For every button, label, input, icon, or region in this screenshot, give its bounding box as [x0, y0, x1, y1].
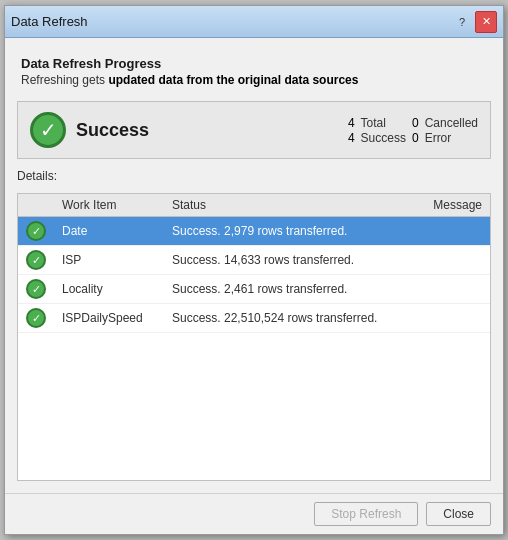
status-stats: 4 Total 0 Cancelled 4 Success 0 Error — [348, 116, 478, 145]
table-row[interactable]: ✓LocalitySuccess. 2,461 rows transferred… — [18, 275, 490, 304]
cancelled-value: 0 — [412, 116, 419, 130]
row-success-icon: ✓ — [26, 221, 46, 241]
row-status: Success. 22,510,524 rows transferred. — [164, 304, 410, 333]
header-subtitle: Refreshing gets updated data from the or… — [21, 73, 487, 87]
title-bar: Data Refresh ? ✕ — [5, 6, 503, 38]
table-row[interactable]: ✓ISPDailySpeedSuccess. 22,510,524 rows t… — [18, 304, 490, 333]
row-work-item: Locality — [54, 275, 164, 304]
row-message — [410, 217, 490, 246]
table-body: ✓DateSuccess. 2,979 rows transferred.✓IS… — [18, 217, 490, 333]
row-work-item: ISPDailySpeed — [54, 304, 164, 333]
col-header-message: Message — [410, 194, 490, 217]
row-message — [410, 246, 490, 275]
success-value: 4 — [348, 131, 355, 145]
success-label: Success — [361, 131, 406, 145]
col-header-icon — [18, 194, 54, 217]
error-label: Error — [425, 131, 478, 145]
table-row[interactable]: ✓ISPSuccess. 14,633 rows transferred. — [18, 246, 490, 275]
row-success-icon: ✓ — [26, 250, 46, 270]
row-icon-cell: ✓ — [18, 217, 54, 246]
status-left: ✓ Success — [30, 112, 149, 148]
row-message — [410, 304, 490, 333]
title-bar-left: Data Refresh — [11, 14, 88, 29]
success-icon: ✓ — [30, 112, 66, 148]
row-status: Success. 2,979 rows transferred. — [164, 217, 410, 246]
content-area: Data Refresh Progress Refreshing gets up… — [5, 38, 503, 493]
status-text: Success — [76, 120, 149, 141]
title-bar-right: ? ✕ — [451, 11, 497, 33]
error-value: 0 — [412, 131, 419, 145]
subtitle-prefix: Refreshing gets — [21, 73, 108, 87]
footer: Stop Refresh Close — [5, 493, 503, 534]
total-label: Total — [361, 116, 406, 130]
subtitle-highlight: updated data from the original data sour… — [108, 73, 358, 87]
row-icon-cell: ✓ — [18, 246, 54, 275]
help-button[interactable]: ? — [451, 11, 473, 33]
row-success-icon: ✓ — [26, 279, 46, 299]
stop-refresh-button[interactable]: Stop Refresh — [314, 502, 418, 526]
window-title: Data Refresh — [11, 14, 88, 29]
row-success-icon: ✓ — [26, 308, 46, 328]
row-icon-cell: ✓ — [18, 304, 54, 333]
col-header-status: Status — [164, 194, 410, 217]
row-icon-cell: ✓ — [18, 275, 54, 304]
results-table: Work Item Status Message ✓DateSuccess. 2… — [18, 194, 490, 333]
cancelled-label: Cancelled — [425, 116, 478, 130]
header-title: Data Refresh Progress — [21, 56, 487, 71]
header-section: Data Refresh Progress Refreshing gets up… — [17, 50, 491, 93]
total-value: 4 — [348, 116, 355, 130]
row-message — [410, 275, 490, 304]
status-box: ✓ Success 4 Total 0 Cancelled 4 Success … — [17, 101, 491, 159]
close-button[interactable]: ✕ — [475, 11, 497, 33]
row-status: Success. 14,633 rows transferred. — [164, 246, 410, 275]
col-header-work-item: Work Item — [54, 194, 164, 217]
table-container: Work Item Status Message ✓DateSuccess. 2… — [17, 193, 491, 481]
table-row[interactable]: ✓DateSuccess. 2,979 rows transferred. — [18, 217, 490, 246]
row-work-item: Date — [54, 217, 164, 246]
table-header-row: Work Item Status Message — [18, 194, 490, 217]
data-refresh-window: Data Refresh ? ✕ Data Refresh Progress R… — [4, 5, 504, 535]
success-checkmark: ✓ — [40, 118, 57, 142]
details-label: Details: — [17, 167, 491, 185]
close-dialog-button[interactable]: Close — [426, 502, 491, 526]
row-status: Success. 2,461 rows transferred. — [164, 275, 410, 304]
row-work-item: ISP — [54, 246, 164, 275]
